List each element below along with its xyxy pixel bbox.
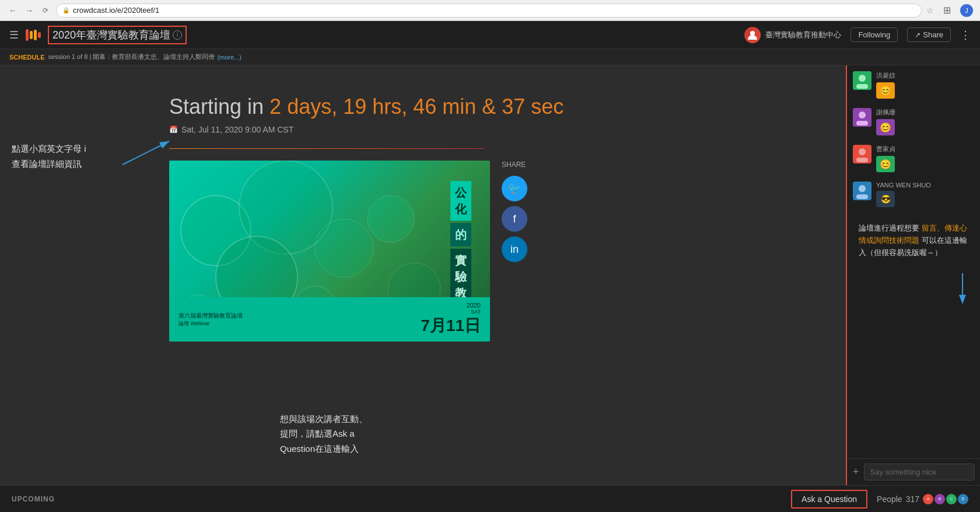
svg-point-16 <box>859 112 866 119</box>
event-image-wrapper: 公化 的 實驗教育 第六屆臺灣實驗教育論壇 論壇 Webinar <box>169 161 811 342</box>
chat-avatar-4 <box>853 182 872 200</box>
top-nav: ☰ 2020年臺灣實驗教育論壇 i 臺灣實驗教育推動中心 Following <box>0 21 980 49</box>
linkedin-share-button[interactable]: in <box>502 236 527 262</box>
svg-point-7 <box>368 196 414 242</box>
svg-rect-17 <box>856 121 868 126</box>
chat-content-1: 洪菱妏 😊 <box>876 71 895 99</box>
starting-in-text: Starting in <box>169 95 264 119</box>
event-tag-1: 公化 <box>450 181 471 221</box>
upcoming-label: UPCOMING <box>12 495 55 503</box>
browser-profile-avatar[interactable]: J <box>960 4 973 17</box>
schedule-label: SCHEDULE <box>9 54 45 61</box>
chat-user-1: 洪菱妏 😊 <box>853 71 974 99</box>
extension-icon: ⊞ <box>943 5 951 16</box>
back-button[interactable]: ← <box>7 5 19 16</box>
bottom-annotation-line1: 想與該場次講者互動、 <box>280 412 368 427</box>
svg-rect-23 <box>856 194 868 199</box>
schedule-bar: SCHEDULE session 1 of 8 | 開幕：教育部長潘文忠、論壇主… <box>0 49 980 65</box>
countdown-days: 2 days, 19 hrs, 46 min & 37 sec <box>270 95 564 119</box>
following-button[interactable]: Following <box>850 27 898 42</box>
event-date-info: 2020 SAT 7月11日 <box>421 302 481 337</box>
sidebar-arrow-svg <box>945 270 968 305</box>
options-button[interactable]: ⋮ <box>960 29 971 41</box>
twitter-share-button[interactable]: 🐦 <box>502 176 527 201</box>
facebook-share-button[interactable]: f <box>502 206 527 232</box>
chat-emoji-btn-1[interactable]: 😊 <box>876 82 895 99</box>
logo-bar-2 <box>30 31 33 39</box>
svg-rect-14 <box>856 84 868 89</box>
chat-username-1: 洪菱妏 <box>876 71 895 80</box>
chat-avatar-2 <box>853 108 872 127</box>
calendar-icon: 📅 <box>169 126 178 134</box>
chat-username-3: 曹家貞 <box>876 145 895 154</box>
chat-username-2: 謝佩珊 <box>876 108 895 117</box>
hamburger-menu-icon[interactable]: ☰ <box>9 29 19 41</box>
bottom-annotation: 想與該場次講者互動、 提問，請點選Ask a Question在這邊輸入 <box>280 412 368 457</box>
chat-input-area: + 😊 <box>847 458 980 485</box>
info-icon-label: i <box>177 32 178 38</box>
sidebar-annotation-prefix: 論壇進行過程想要 <box>859 224 919 232</box>
annotation-text-line1: 點選小寫英文字母 i <box>12 141 86 156</box>
chat-user-2: 謝佩珊 😊 <box>853 108 974 135</box>
info-icon[interactable]: i <box>173 30 182 40</box>
chat-user-4: YANG WEN SHUO 😎 <box>853 182 974 207</box>
chat-emoji-btn-3[interactable]: 😊 <box>876 156 895 172</box>
mini-avatar-4: D <box>958 494 968 504</box>
chat-plus-icon[interactable]: + <box>853 466 859 478</box>
bottom-right: Ask a Question People 317 A B C D <box>791 490 968 508</box>
browser-chrome: ← → ⟳ 🔒 crowdcast.io/e/2020teef/1 ☆ ⊞ J <box>0 0 980 21</box>
countdown-date-text: Sat, Jul 11, 2020 9:00 AM CST <box>181 125 293 134</box>
chat-input-field[interactable] <box>864 464 975 480</box>
mini-avatar-2: B <box>935 494 945 504</box>
chat-emoji-btn-4[interactable]: 😎 <box>876 191 895 207</box>
reload-button[interactable]: ⟳ <box>40 5 51 16</box>
lock-icon: 🔒 <box>62 7 69 13</box>
schedule-more-link[interactable]: (more...) <box>217 54 242 61</box>
share-button[interactable]: ↗ Share <box>907 27 951 42</box>
mini-avatar-3: C <box>946 494 957 504</box>
left-annotation-arrow <box>123 141 169 165</box>
event-bottom-bar: 第六屆臺灣實驗教育論壇 論壇 Webinar 2020 SAT 7月11日 <box>169 297 490 342</box>
svg-point-6 <box>315 219 373 277</box>
countdown-section: Starting in 2 days, 19 hrs, 46 min & 37 … <box>169 95 811 148</box>
svg-point-0 <box>750 31 755 36</box>
svg-point-19 <box>859 148 866 155</box>
share-buttons: SHARE 🐦 f in <box>502 161 527 262</box>
logo-bar-4 <box>38 32 41 38</box>
star-icon[interactable]: ☆ <box>926 6 934 15</box>
people-section: People 317 A B C D <box>877 494 968 504</box>
following-label: Following <box>858 30 890 39</box>
app-logo <box>26 29 41 41</box>
ask-question-label: Ask a Question <box>802 494 857 504</box>
countdown-date: 📅 Sat, Jul 11, 2020 9:00 AM CST <box>169 125 811 134</box>
countdown-title: Starting in 2 days, 19 hrs, 46 min & 37 … <box>169 95 811 119</box>
chat-avatar-3 <box>853 145 872 163</box>
divider <box>169 148 484 149</box>
event-title: 2020年臺灣實驗教育論壇 <box>52 28 170 42</box>
chat-avatar-1 <box>853 71 872 90</box>
event-conference-name: 第六屆臺灣實驗教育論壇 論壇 Webinar <box>178 312 243 328</box>
people-count: 317 <box>906 494 919 504</box>
main-content: 點選小寫英文字母 i 查看論壇詳細資訊 Starting in 2 days, … <box>0 65 980 485</box>
share-label: Share <box>923 30 943 39</box>
url-bar[interactable]: 🔒 crowdcast.io/e/2020teef/1 <box>56 4 922 18</box>
event-title-box: 2020年臺灣實驗教育論壇 i <box>48 26 187 44</box>
svg-point-4 <box>239 161 332 254</box>
people-label: People <box>877 494 902 504</box>
logo-bar-3 <box>34 30 37 40</box>
bottom-annotation-line3: Question在這邊輸入 <box>280 441 368 457</box>
bottom-annotation-line2: 提問，請點選Ask a <box>280 426 368 441</box>
browser-extra-icons: ⊞ <box>943 5 951 16</box>
event-tag-2: 的 <box>450 223 471 246</box>
chat-username-4: YANG WEN SHUO <box>876 182 931 189</box>
logo-bar-1 <box>26 29 29 41</box>
svg-point-13 <box>859 75 866 82</box>
annotation-text-line2: 查看論壇詳細資訊 <box>12 156 86 172</box>
url-text: crowdcast.io/e/2020teef/1 <box>73 6 159 15</box>
chat-emoji-btn-2[interactable]: 😊 <box>876 119 895 135</box>
forward-button[interactable]: → <box>23 5 35 16</box>
ask-question-button[interactable]: Ask a Question <box>791 490 867 508</box>
svg-point-3 <box>181 196 251 266</box>
share-icon: ↗ <box>915 31 921 39</box>
right-sidebar: 洪菱妏 😊 謝佩珊 😊 <box>846 65 980 485</box>
